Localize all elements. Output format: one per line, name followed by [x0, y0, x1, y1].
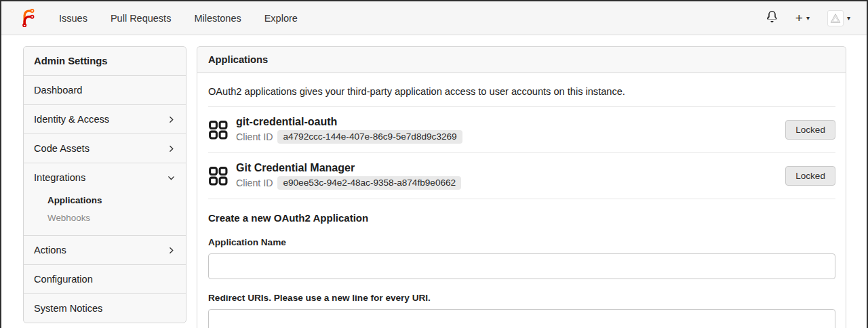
chevron-right-icon: [167, 115, 176, 124]
app-info: Git Credential Manager Client ID e90ee53…: [236, 162, 461, 190]
nav-link-pull-requests[interactable]: Pull Requests: [111, 13, 171, 24]
navbar-right: + ▾ ▾: [766, 10, 850, 26]
client-id-line: Client ID a4792ccc-144e-407e-86c9-5e7d8d…: [236, 130, 462, 144]
sidebar-item-label: Dashboard: [34, 85, 82, 96]
client-id-value: e90ee53c-94e2-48ac-9358-a874fb9e0662: [277, 176, 461, 190]
sidebar-subitem-webhooks[interactable]: Webhooks: [24, 209, 186, 227]
redirect-uris-textarea[interactable]: [208, 309, 835, 328]
sidebar-item-label: System Notices: [34, 303, 102, 314]
application-name-input[interactable]: [208, 253, 835, 279]
create-new-dropdown[interactable]: + ▾: [795, 12, 810, 24]
page-content: Admin Settings Dashboard Identity & Acce…: [1, 35, 867, 328]
client-id-line: Client ID e90ee53c-94e2-48ac-9358-a874fb…: [236, 176, 461, 190]
app-info: git-credential-oauth Client ID a4792ccc-…: [236, 116, 462, 144]
nav-link-milestones[interactable]: Milestones: [194, 13, 241, 24]
top-navbar: Issues Pull Requests Milestones Explore …: [1, 1, 867, 35]
panel-title: Applications: [197, 46, 846, 73]
client-id-label: Client ID: [236, 178, 273, 188]
sidebar-item-system-notices[interactable]: System Notices: [24, 293, 186, 323]
sidebar-title: Admin Settings: [24, 47, 186, 75]
chevron-right-icon: [167, 144, 176, 153]
apps-grid-icon: [208, 120, 229, 140]
integrations-submenu: Applications Webhooks: [24, 192, 186, 235]
chevron-right-icon: [167, 246, 176, 255]
nav-link-issues[interactable]: Issues: [59, 13, 87, 24]
oauth2-description: OAuth2 applications gives your third-par…: [208, 82, 835, 106]
sidebar-item-identity-access[interactable]: Identity & Access: [24, 104, 186, 134]
applications-panel: Applications OAuth2 applications gives y…: [197, 46, 846, 328]
sidebar-item-label: Configuration: [34, 274, 93, 285]
client-id-value: a4792ccc-144e-407e-86c9-5e7d8d9c3269: [277, 130, 462, 144]
notifications-button[interactable]: [766, 11, 778, 25]
sidebar-item-integrations[interactable]: Integrations: [24, 163, 186, 192]
create-oauth2-section-title: Create a new OAuth2 Application: [208, 212, 835, 224]
sidebar-item-configuration[interactable]: Configuration: [24, 264, 186, 293]
app-name: git-credential-oauth: [236, 116, 462, 128]
application-name-label: Application Name: [208, 237, 835, 247]
app-name: Git Credential Manager: [236, 162, 461, 174]
bell-icon: [766, 11, 778, 25]
nav-link-explore[interactable]: Explore: [264, 13, 298, 24]
oauth2-app-row: Git Credential Manager Client ID e90ee53…: [208, 153, 835, 199]
sidebar-item-label: Actions: [34, 245, 66, 255]
panel-body: OAuth2 applications gives your third-par…: [197, 73, 846, 328]
sidebar-item-label: Identity & Access: [34, 114, 109, 125]
sidebar-item-actions[interactable]: Actions: [24, 235, 186, 264]
sidebar-item-label: Code Assets: [34, 143, 90, 154]
sidebar-item-code-assets[interactable]: Code Assets: [24, 134, 186, 163]
locked-button[interactable]: Locked: [785, 120, 835, 140]
apps-grid-icon: [208, 166, 229, 186]
redirect-uris-label: Redirect URIs. Please use a new line for…: [208, 293, 835, 303]
sidebar-subitem-applications[interactable]: Applications: [24, 192, 186, 209]
forgejo-logo-icon[interactable]: [19, 8, 37, 28]
profile-dropdown[interactable]: ▾: [827, 10, 850, 26]
avatar: [827, 10, 844, 26]
sidebar-item-label: Integrations: [34, 172, 85, 183]
admin-settings-sidebar: Admin Settings Dashboard Identity & Acce…: [23, 46, 186, 323]
caret-down-icon: ▾: [806, 15, 810, 22]
chevron-down-icon: [167, 173, 176, 182]
client-id-label: Client ID: [236, 131, 273, 142]
caret-down-icon: ▾: [847, 15, 850, 22]
locked-button[interactable]: Locked: [785, 166, 835, 186]
sidebar-item-dashboard[interactable]: Dashboard: [24, 75, 186, 104]
oauth2-app-list: git-credential-oauth Client ID a4792ccc-…: [208, 106, 835, 199]
oauth2-app-row: git-credential-oauth Client ID a4792ccc-…: [208, 107, 835, 153]
navbar-links: Issues Pull Requests Milestones Explore: [59, 13, 321, 24]
plus-icon: +: [795, 12, 803, 24]
